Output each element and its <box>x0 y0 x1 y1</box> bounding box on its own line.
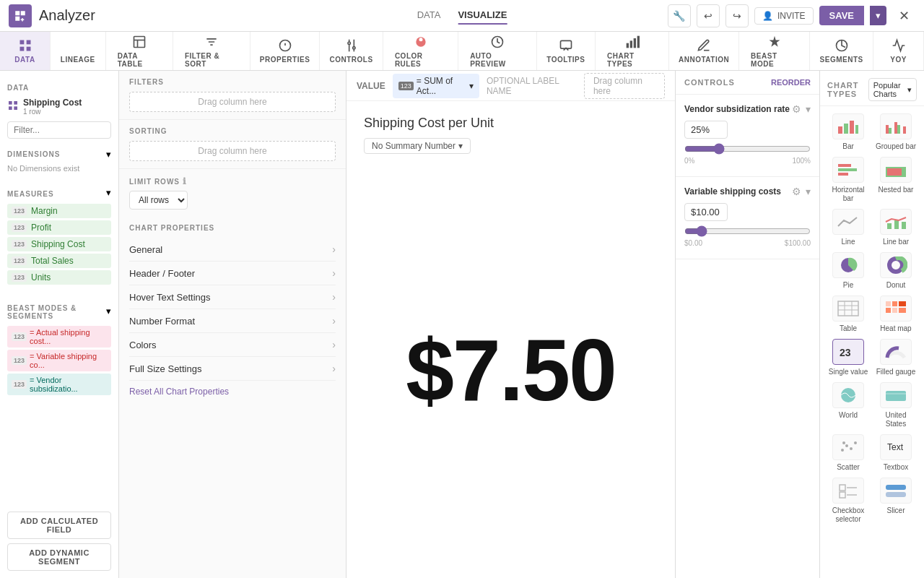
chart-type-single-value[interactable]: 23 Single value <box>827 339 869 376</box>
chart-type-textbox[interactable]: Text Textbox <box>875 434 917 472</box>
filters-drop-zone[interactable]: Drag column here <box>129 92 336 112</box>
chart-type-nested-bar[interactable]: Nested bar <box>875 157 917 203</box>
chart-type-slicer[interactable]: Slicer <box>875 478 917 524</box>
chart-type-donut[interactable]: Donut <box>875 252 917 290</box>
chart-type-checkbox-selector[interactable]: Checkbox selector <box>827 478 869 524</box>
chart-type-grouped-bar[interactable]: Grouped bar <box>875 113 917 151</box>
measure-units[interactable]: 123 Units <box>7 270 111 285</box>
chart-prop-header-footer[interactable]: Header / Footer › <box>129 262 336 285</box>
chart-type-scatter[interactable]: Scatter <box>827 434 869 472</box>
filter-input[interactable] <box>7 121 111 139</box>
scatter-label: Scatter <box>837 463 860 472</box>
controls-panel: CONTROLS REORDER Vendor subsidization ra… <box>675 71 819 578</box>
beast-chevron[interactable]: ▾ <box>106 306 111 316</box>
toolbar-properties[interactable]: PROPERTIES <box>250 32 320 70</box>
vendor-input[interactable] <box>684 121 728 139</box>
chart-prop-general[interactable]: General › <box>129 238 336 262</box>
limit-select[interactable]: All rows <box>129 191 188 210</box>
chart-type-pie[interactable]: Pie <box>827 252 869 290</box>
toolbar-auto-preview[interactable]: AUTO PREVIEW <box>458 32 537 70</box>
reset-chart-props-link[interactable]: Reset All Chart Properties <box>129 387 229 397</box>
slicer-label: Slicer <box>886 506 905 515</box>
redo-btn[interactable]: ↪ <box>725 4 749 27</box>
measure-profit[interactable]: 123 Profit <box>7 220 111 235</box>
chart-prop-colors[interactable]: Colors › <box>129 333 336 357</box>
add-calculated-field-button[interactable]: ADD CALCULATED FIELD <box>7 512 111 539</box>
chart-type-horizontal-bar[interactable]: Horizontal bar <box>827 157 869 203</box>
variable-input[interactable] <box>684 203 728 221</box>
sorting-section: SORTING Drag column here <box>119 120 346 169</box>
save-button[interactable]: SAVE <box>819 6 864 25</box>
svg-rect-44 <box>894 220 899 229</box>
control-variable-title: Variable shipping costs <box>684 186 781 197</box>
control-variable-header: Variable shipping costs ⚙ ▾ <box>684 186 811 197</box>
beast-item-0[interactable]: 123 = Actual shipping cost... <box>7 326 111 348</box>
nav-visualize[interactable]: VISUALIZE <box>458 7 507 25</box>
save-dropdown-button[interactable]: ▾ <box>870 6 886 25</box>
measures-chevron[interactable]: ▾ <box>106 187 111 198</box>
chart-type-line-bar[interactable]: Line bar <box>875 209 917 246</box>
beast-item-2[interactable]: 123 = Vendor subsidizatio... <box>7 374 111 395</box>
variable-slider-container: $0.00 $100.00 <box>684 225 811 247</box>
chart-types-dropdown[interactable]: Popular Charts ▾ <box>868 78 917 101</box>
variable-slider[interactable] <box>684 225 811 237</box>
chart-grid: Bar Grouped bar Horizontal bar <box>820 106 924 531</box>
toolbar-chart-types[interactable]: CHART TYPES <box>596 32 669 70</box>
vendor-chevron-icon[interactable]: ▾ <box>806 103 811 115</box>
summary-chip[interactable]: No Summary Number ▾ <box>364 138 471 154</box>
toolbar-data-table[interactable]: DATA TABLE <box>106 32 173 70</box>
chart-prop-hover-text[interactable]: Hover Text Settings › <box>129 285 336 309</box>
vendor-slider[interactable] <box>684 143 811 155</box>
chart-prop-number-format[interactable]: Number Format › <box>129 309 336 333</box>
data-section-title: DATA <box>7 84 111 92</box>
sorting-drop-zone[interactable]: Drag column here <box>129 141 336 161</box>
close-button[interactable]: ✕ <box>892 4 915 27</box>
toolbar-yoy[interactable]: YOY <box>873 32 924 70</box>
summary-dropdown[interactable]: ▾ <box>458 141 463 151</box>
chart-type-heat-map[interactable]: Heat map <box>875 296 917 333</box>
measure-total-sales[interactable]: 123 Total Sales <box>7 254 111 268</box>
chart-prop-full-size[interactable]: Full Size Settings › <box>129 357 336 381</box>
control-vendor-title: Vendor subsidization rate <box>684 104 790 114</box>
toolbar-lineage[interactable]: LINEAGE <box>51 32 106 70</box>
reorder-button[interactable]: REORDER <box>771 78 811 87</box>
nav-data[interactable]: DATA <box>417 7 441 25</box>
toolbar-color-rules[interactable]: COLOR RULES <box>383 32 458 70</box>
value-chip[interactable]: 123 = SUM of Act... ▾ <box>393 74 479 98</box>
data-item-sub: 1 row <box>23 108 82 116</box>
chart-type-united-states[interactable]: United States <box>875 382 917 428</box>
table-label: Table <box>840 324 857 333</box>
value-chip-dropdown[interactable]: ▾ <box>469 81 474 91</box>
drag-zone[interactable]: Drag column here <box>584 73 665 99</box>
svg-point-47 <box>889 259 902 272</box>
svg-rect-54 <box>892 301 897 306</box>
dimensions-chevron[interactable]: ▾ <box>106 149 111 160</box>
toolbar-controls[interactable]: CONTROLS <box>320 32 383 70</box>
measure-margin[interactable]: 123 Margin <box>7 204 111 218</box>
variable-settings-icon[interactable]: ⚙ <box>792 186 801 197</box>
undo-btn[interactable]: ↩ <box>697 4 720 27</box>
chart-type-world[interactable]: World <box>827 382 869 428</box>
toolbar-beast-mode[interactable]: BEAST MODE <box>739 32 810 70</box>
tools-icon-btn[interactable]: 🔧 <box>668 4 691 27</box>
toolbar-filter-sort[interactable]: FILTER & SORT <box>173 32 250 70</box>
vendor-settings-icon[interactable]: ⚙ <box>792 103 801 115</box>
beast-item-1[interactable]: 123 = Variable shipping co... <box>7 350 111 371</box>
chart-type-line[interactable]: Line <box>827 209 869 246</box>
toolbar-data[interactable]: DATA <box>0 32 51 70</box>
invite-button[interactable]: 👤 INVITE <box>754 7 814 25</box>
toolbar-tooltips[interactable]: TOOLTIPS <box>537 32 596 70</box>
value-chip-text: = SUM of Act... <box>417 76 466 96</box>
variable-chevron-icon[interactable]: ▾ <box>806 186 811 197</box>
add-dynamic-segment-button[interactable]: ADD DYNAMIC SEGMENT <box>7 543 111 571</box>
chart-type-filled-gauge[interactable]: Filled gauge <box>875 339 917 376</box>
toolbar-annotation[interactable]: ANNOTATION <box>669 32 739 70</box>
top-nav: DATA VISUALIZE <box>417 7 507 25</box>
toolbar-segments[interactable]: SEGMENTS <box>810 32 873 70</box>
chart-type-bar[interactable]: Bar <box>827 113 869 151</box>
measure-shipping-cost[interactable]: 123 Shipping Cost <box>7 237 111 251</box>
chart-type-table[interactable]: Table <box>827 296 869 333</box>
heat-map-icon <box>880 296 912 322</box>
nested-bar-label: Nested bar <box>879 186 914 194</box>
vendor-slider-container: 0% 100% <box>684 143 811 165</box>
